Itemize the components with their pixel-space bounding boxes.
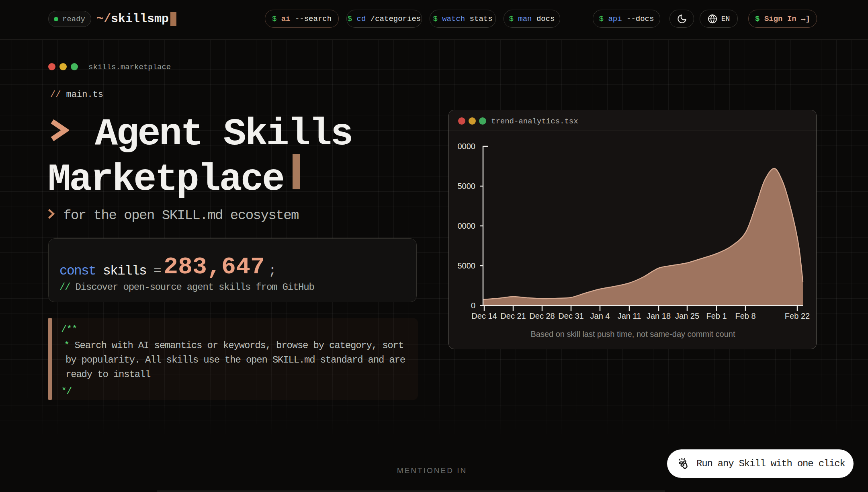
- svg-text:Jan 4: Jan 4: [590, 312, 610, 320]
- svg-text:0: 0: [471, 301, 475, 310]
- svg-text:Based on skill last push time,: Based on skill last push time, not same-…: [530, 330, 735, 338]
- svg-text:0000: 0000: [458, 221, 476, 230]
- svg-text:Feb 1: Feb 1: [706, 312, 727, 320]
- svg-text:Dec 21: Dec 21: [500, 312, 526, 320]
- svg-text:Jan 25: Jan 25: [675, 312, 699, 320]
- svg-text:Feb 22: Feb 22: [785, 312, 810, 320]
- svg-text:Dec 28: Dec 28: [529, 312, 555, 320]
- svg-text:Feb 8: Feb 8: [735, 312, 755, 320]
- svg-text:Jan 11: Jan 11: [618, 312, 641, 320]
- svg-text:0000: 0000: [458, 142, 476, 151]
- svg-text:Dec 31: Dec 31: [558, 312, 583, 320]
- svg-text:5000: 5000: [458, 261, 476, 270]
- svg-text:5000: 5000: [458, 182, 476, 191]
- svg-text:Jan 18: Jan 18: [647, 312, 671, 320]
- svg-text:Dec 14: Dec 14: [471, 312, 497, 320]
